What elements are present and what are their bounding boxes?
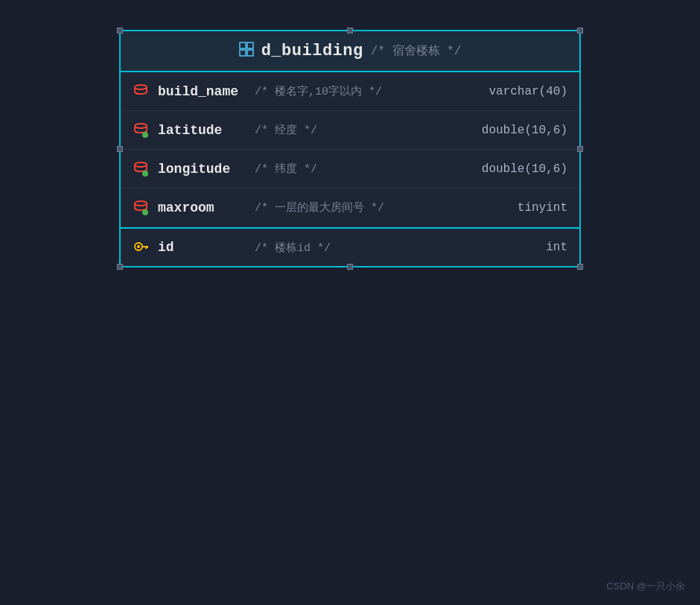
field-name-latitude: latitude bbox=[158, 123, 247, 138]
svg-rect-3 bbox=[247, 50, 253, 56]
field-comment-maxroom: /* 一层的最大房间号 */ bbox=[255, 200, 518, 215]
svg-point-7 bbox=[135, 162, 147, 167]
table-name: d_building bbox=[261, 42, 363, 60]
svg-rect-2 bbox=[240, 50, 246, 56]
table-header: d_building /* 宿舍楼栋 */ bbox=[121, 31, 579, 72]
field-type-maxroom: tinyint bbox=[518, 201, 567, 215]
field-type-latitude: double(10,6) bbox=[482, 124, 567, 137]
field-comment-longitude: /* 纬度 */ bbox=[255, 162, 482, 176]
field-row-id[interactable]: id /* 楼栋id */ int bbox=[121, 227, 579, 266]
svg-point-5 bbox=[135, 124, 147, 128]
svg-rect-0 bbox=[240, 42, 246, 48]
table-body: build_name /* 楼名字,10字以内 */ varchar(40) l… bbox=[121, 72, 579, 266]
resize-handle-mr[interactable] bbox=[577, 146, 583, 152]
field-name-longitude: longitude bbox=[158, 162, 247, 177]
field-comment-id: /* 楼栋id */ bbox=[255, 241, 546, 255]
table-grid-icon bbox=[239, 42, 254, 60]
canvas: d_building /* 宿舍楼栋 */ build_name /* 楼名字,… bbox=[0, 0, 700, 605]
svg-point-6 bbox=[142, 132, 148, 138]
field-row-longitude[interactable]: longitude /* 纬度 */ double(10,6) bbox=[121, 150, 579, 189]
field-name-maxroom: maxroom bbox=[158, 200, 247, 215]
resize-handle-bl[interactable] bbox=[117, 264, 123, 270]
svg-point-4 bbox=[135, 85, 147, 89]
resize-handle-tm[interactable] bbox=[347, 28, 353, 34]
svg-point-12 bbox=[137, 245, 140, 248]
field-comment-build-name: /* 楼名字,10字以内 */ bbox=[255, 84, 489, 98]
field-comment-latitude: /* 经度 */ bbox=[255, 123, 482, 137]
field-name-build-name: build_name bbox=[158, 84, 247, 99]
field-icon-maxroom bbox=[133, 200, 149, 216]
table-container[interactable]: d_building /* 宿舍楼栋 */ build_name /* 楼名字,… bbox=[119, 30, 581, 267]
field-icon-id bbox=[133, 239, 149, 256]
field-type-build-name: varchar(40) bbox=[489, 85, 567, 98]
svg-rect-1 bbox=[247, 42, 253, 48]
resize-handle-bm[interactable] bbox=[347, 264, 353, 270]
field-icon-latitude bbox=[133, 122, 149, 139]
resize-handle-br[interactable] bbox=[577, 264, 583, 270]
table-comment: /* 宿舍楼栋 */ bbox=[371, 43, 462, 59]
svg-point-8 bbox=[142, 171, 148, 177]
resize-handle-tl[interactable] bbox=[117, 28, 123, 34]
field-row-build-name[interactable]: build_name /* 楼名字,10字以内 */ varchar(40) bbox=[121, 72, 579, 111]
field-icon-build-name bbox=[133, 83, 149, 100]
resize-handle-tr[interactable] bbox=[577, 28, 583, 34]
resize-handle-ml[interactable] bbox=[117, 146, 123, 152]
svg-point-9 bbox=[135, 201, 147, 206]
field-type-longitude: double(10,6) bbox=[482, 162, 567, 176]
field-icon-longitude bbox=[133, 161, 149, 177]
field-row-maxroom[interactable]: maxroom /* 一层的最大房间号 */ tinyint bbox=[121, 189, 579, 227]
svg-point-10 bbox=[142, 209, 148, 215]
watermark: CSDN @一只小余 bbox=[606, 580, 685, 593]
field-type-id: int bbox=[546, 241, 567, 254]
field-name-id: id bbox=[158, 240, 247, 255]
field-row-latitude[interactable]: latitude /* 经度 */ double(10,6) bbox=[121, 111, 579, 150]
